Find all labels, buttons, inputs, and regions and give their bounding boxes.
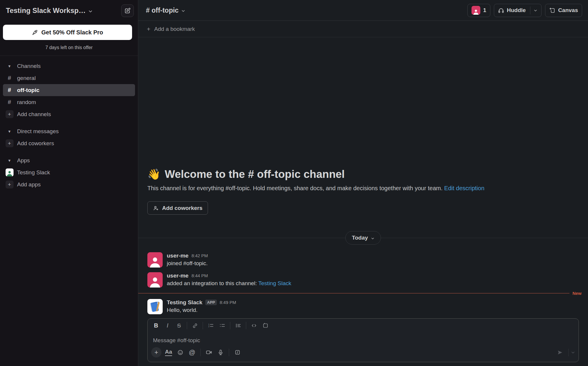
caret-down-icon: ▾ [8,63,11,69]
audio-clip-button[interactable] [215,347,226,357]
date-divider-button[interactable]: Today [345,231,381,245]
wave-emoji: 👋 [147,168,161,181]
strikethrough-button[interactable]: S [173,321,185,330]
section-header-channels[interactable]: ▾ Channels [0,60,138,72]
code-block-button[interactable] [260,321,271,330]
workspace-header: Testing Slack Worksp… [0,0,138,21]
plus-icon: + [8,181,11,188]
section-gap [0,149,138,154]
workspace-switcher[interactable]: Testing Slack Worksp… [6,6,93,15]
composer-input-row [148,332,579,345]
add-coworkers-button-label: Add coworkers [162,205,202,211]
chevron-down-icon[interactable] [534,9,537,12]
message-body: user-me 8:42 PM joined #off-topic. [167,252,208,268]
toolbar-divider [187,322,187,329]
channel-view: # off-topic 1 Huddle [138,0,588,366]
sidebar-item-channel-general[interactable]: # general [0,72,138,84]
app-label: Testing Slack [17,169,50,176]
message-row: user-me 8:42 PM joined #off-topic. [138,250,588,270]
avatar[interactable] [147,272,163,288]
toolbar-divider [229,349,229,356]
blockquote-button[interactable] [232,321,244,330]
message-pane: 👋 Welcome to the # off-topic channel Thi… [138,37,588,366]
add-channels-button[interactable]: + Add channels [0,108,138,120]
link-button[interactable] [189,321,201,330]
hash-icon: # [8,99,11,106]
member-avatar [472,6,480,15]
integration-link[interactable]: Testing Slack [258,280,291,286]
section-header-direct-messages[interactable]: ▾ Direct messages [0,125,138,137]
bold-button[interactable]: B [150,321,162,330]
sidebar: Testing Slack Worksp… Get 50% Off Slack … [0,0,138,366]
send-options-button[interactable] [571,350,575,355]
text-format-button[interactable]: Aa [163,347,174,357]
bulleted-list-button[interactable] [216,321,228,330]
headphones-icon [498,7,504,14]
message-author[interactable]: user-me [167,253,189,258]
canvas-button[interactable]: Canvas [545,4,582,17]
add-coworkers-button[interactable]: Add coworkers [147,201,208,215]
channel-title-button[interactable]: # off-topic [146,6,185,14]
new-message-button[interactable] [121,4,134,17]
chevron-down-icon [88,9,93,14]
message-text: Hello, world. [167,307,236,313]
channel-welcome: 👋 Welcome to the # off-topic channel Thi… [138,168,588,215]
section-label: Apps [17,157,30,164]
section-header-apps[interactable]: ▾ Apps [0,154,138,166]
avatar[interactable] [147,252,163,268]
workspace-name: Testing Slack Worksp… [6,6,86,15]
italic-button[interactable]: I [162,321,173,330]
add-apps-button[interactable]: + Add apps [0,178,138,190]
hash-icon: # [8,75,11,81]
app-avatar[interactable] [147,299,163,314]
message-input[interactable] [152,337,574,344]
sidebar-item-channel-random[interactable]: # random [0,96,138,108]
add-bookmark-button[interactable]: + Add a bookmark [138,21,588,37]
hash-icon: # [8,87,11,93]
mention-icon: @ [189,349,195,356]
promo-note: 7 days left on this offer [0,45,138,50]
sidebar-item-channel-off-topic[interactable]: # off-topic [3,84,135,96]
add-coworkers-label: Add coworkers [17,140,54,147]
huddle-button[interactable]: Huddle [494,4,542,17]
message-body: user-me 8:44 PM added an integration to … [167,272,291,288]
send-divider [568,349,569,356]
svg-text:2: 2 [208,325,209,327]
edit-description-link[interactable]: Edit description [444,185,484,191]
video-clip-button[interactable] [203,347,215,357]
message-timestamp[interactable]: 8:42 PM [191,253,208,258]
channel-label: general [17,75,36,81]
emoji-button[interactable] [174,347,186,357]
canvas-label: Canvas [558,7,578,14]
member-count: 1 [483,7,486,14]
message-text: added an integration to this channel: Te… [167,280,291,287]
message-timestamp[interactable]: 8:44 PM [191,273,208,278]
plus-icon: + [8,140,11,147]
message-timestamp[interactable]: 8:49 PM [220,300,236,305]
shortcuts-button[interactable] [231,347,243,357]
members-button[interactable]: 1 [467,4,490,17]
svg-text:1: 1 [208,323,209,325]
attach-button[interactable]: + [151,347,161,357]
code-button[interactable] [248,321,260,330]
plus-icon: + [8,111,11,118]
welcome-description-text: This channel is for everything #off-topi… [147,185,442,191]
ordered-list-button[interactable]: 12 [205,321,216,330]
header-actions: 1 Huddle Canvas [467,4,582,17]
message-author[interactable]: user-me [167,273,189,278]
composer-actions: + Aa @ [148,345,579,362]
date-divider: Today [138,231,588,245]
message-author[interactable]: Testing Slack [167,300,202,305]
send-button[interactable] [554,347,566,357]
message-composer: B I S 12 [147,318,579,362]
welcome-heading-text: Welcome to the # off-topic channel [165,168,345,181]
toolbar-divider [230,322,230,329]
unread-divider-label: New [572,291,582,296]
toolbar-divider [200,349,201,356]
caret-down-icon: ▾ [8,129,11,134]
sidebar-item-app-testing-slack[interactable]: Testing Slack [0,166,138,178]
message-text: joined #off-topic. [167,260,208,267]
add-coworkers-sidebar-button[interactable]: + Add coworkers [0,137,138,149]
promo-upgrade-button[interactable]: Get 50% Off Slack Pro [3,25,132,40]
mention-button[interactable]: @ [186,347,198,357]
